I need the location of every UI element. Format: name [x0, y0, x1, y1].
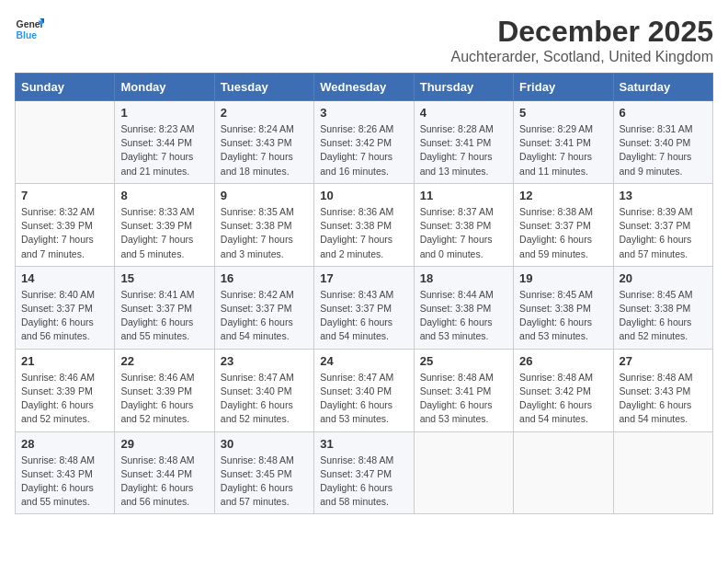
calendar-cell: 13Sunrise: 8:39 AMSunset: 3:37 PMDayligh… — [613, 183, 712, 266]
day-number: 21 — [21, 354, 108, 368]
cell-content: Sunrise: 8:46 AMSunset: 3:39 PMDaylight:… — [120, 371, 208, 427]
calendar-cell: 8Sunrise: 8:33 AMSunset: 3:39 PMDaylight… — [115, 183, 214, 266]
calendar-cell: 29Sunrise: 8:48 AMSunset: 3:44 PMDayligh… — [115, 431, 214, 514]
day-number: 23 — [221, 354, 308, 368]
calendar-cell: 22Sunrise: 8:46 AMSunset: 3:39 PMDayligh… — [115, 349, 214, 431]
calendar-cell: 3Sunrise: 8:26 AMSunset: 3:42 PMDaylight… — [314, 101, 414, 184]
cell-content: Sunrise: 8:46 AMSunset: 3:39 PMDaylight:… — [21, 371, 108, 427]
calendar-cell: 30Sunrise: 8:48 AMSunset: 3:45 PMDayligh… — [214, 431, 313, 514]
day-number: 8 — [120, 189, 208, 202]
title-area: December 2025 Auchterarder, Scotland, Un… — [451, 15, 714, 65]
calendar-cell: 14Sunrise: 8:40 AMSunset: 3:37 PMDayligh… — [16, 266, 115, 349]
cell-content: Sunrise: 8:33 AMSunset: 3:39 PMDaylight:… — [120, 205, 208, 261]
cell-content: Sunrise: 8:44 AMSunset: 3:38 PMDaylight:… — [420, 288, 507, 344]
cell-content: Sunrise: 8:39 AMSunset: 3:37 PMDaylight:… — [620, 205, 707, 261]
day-number: 12 — [519, 189, 607, 202]
header-day-thursday: Thursday — [414, 74, 513, 101]
cell-content: Sunrise: 8:32 AMSunset: 3:39 PMDaylight:… — [21, 205, 108, 261]
cell-content: Sunrise: 8:47 AMSunset: 3:40 PMDaylight:… — [320, 371, 407, 427]
logo: General Blue — [15, 15, 44, 44]
calendar-cell: 7Sunrise: 8:32 AMSunset: 3:39 PMDaylight… — [16, 183, 115, 266]
cell-content: Sunrise: 8:23 AMSunset: 3:44 PMDaylight:… — [120, 122, 208, 178]
cell-content: Sunrise: 8:48 AMSunset: 3:44 PMDaylight:… — [120, 454, 208, 510]
day-number: 11 — [420, 189, 507, 202]
day-number: 26 — [519, 354, 607, 368]
day-number: 14 — [21, 271, 108, 285]
calendar-table: SundayMondayTuesdayWednesdayThursdayFrid… — [15, 73, 713, 514]
cell-content: Sunrise: 8:26 AMSunset: 3:42 PMDaylight:… — [320, 122, 407, 178]
calendar-cell: 23Sunrise: 8:47 AMSunset: 3:40 PMDayligh… — [214, 349, 313, 431]
day-number: 5 — [519, 106, 607, 120]
day-number: 29 — [120, 437, 208, 451]
day-number: 9 — [221, 189, 308, 202]
cell-content: Sunrise: 8:36 AMSunset: 3:38 PMDaylight:… — [320, 205, 407, 261]
calendar-cell: 31Sunrise: 8:48 AMSunset: 3:47 PMDayligh… — [314, 431, 414, 514]
cell-content: Sunrise: 8:37 AMSunset: 3:38 PMDaylight:… — [420, 205, 507, 261]
day-number: 1 — [120, 106, 208, 120]
day-number: 25 — [420, 354, 507, 368]
calendar-cell: 1Sunrise: 8:23 AMSunset: 3:44 PMDaylight… — [115, 101, 214, 184]
page-header: General Blue December 2025 Auchterarder,… — [15, 15, 713, 65]
day-number: 28 — [21, 437, 108, 451]
location-title: Auchterarder, Scotland, United Kingdom — [451, 49, 714, 65]
day-number: 20 — [620, 271, 707, 285]
cell-content: Sunrise: 8:48 AMSunset: 3:43 PMDaylight:… — [21, 454, 108, 510]
calendar-cell: 9Sunrise: 8:35 AMSunset: 3:38 PMDaylight… — [214, 183, 313, 266]
header-day-friday: Friday — [514, 74, 613, 101]
calendar-week-4: 21Sunrise: 8:46 AMSunset: 3:39 PMDayligh… — [16, 349, 713, 431]
day-number: 15 — [120, 271, 208, 285]
calendar-cell: 12Sunrise: 8:38 AMSunset: 3:37 PMDayligh… — [514, 183, 613, 266]
cell-content: Sunrise: 8:48 AMSunset: 3:47 PMDaylight:… — [320, 454, 407, 510]
cell-content: Sunrise: 8:43 AMSunset: 3:37 PMDaylight:… — [320, 288, 407, 344]
cell-content: Sunrise: 8:24 AMSunset: 3:43 PMDaylight:… — [221, 122, 308, 178]
calendar-cell: 4Sunrise: 8:28 AMSunset: 3:41 PMDaylight… — [414, 101, 513, 184]
calendar-cell — [16, 101, 115, 184]
day-number: 22 — [120, 354, 208, 368]
day-number: 4 — [420, 106, 507, 120]
day-number: 24 — [320, 354, 407, 368]
calendar-cell: 20Sunrise: 8:45 AMSunset: 3:38 PMDayligh… — [613, 266, 712, 349]
cell-content: Sunrise: 8:48 AMSunset: 3:41 PMDaylight:… — [420, 371, 507, 427]
cell-content: Sunrise: 8:47 AMSunset: 3:40 PMDaylight:… — [221, 371, 308, 427]
day-number: 27 — [620, 354, 707, 368]
cell-content: Sunrise: 8:38 AMSunset: 3:37 PMDaylight:… — [519, 205, 607, 261]
day-number: 6 — [620, 106, 707, 120]
calendar-cell: 18Sunrise: 8:44 AMSunset: 3:38 PMDayligh… — [414, 266, 513, 349]
day-number: 16 — [221, 271, 308, 285]
calendar-cell: 17Sunrise: 8:43 AMSunset: 3:37 PMDayligh… — [314, 266, 414, 349]
cell-content: Sunrise: 8:48 AMSunset: 3:42 PMDaylight:… — [519, 371, 607, 427]
calendar-cell: 24Sunrise: 8:47 AMSunset: 3:40 PMDayligh… — [314, 349, 414, 431]
calendar-cell: 19Sunrise: 8:45 AMSunset: 3:38 PMDayligh… — [514, 266, 613, 349]
calendar-cell: 25Sunrise: 8:48 AMSunset: 3:41 PMDayligh… — [414, 349, 513, 431]
calendar-cell: 16Sunrise: 8:42 AMSunset: 3:37 PMDayligh… — [214, 266, 313, 349]
cell-content: Sunrise: 8:45 AMSunset: 3:38 PMDaylight:… — [620, 288, 707, 344]
cell-content: Sunrise: 8:35 AMSunset: 3:38 PMDaylight:… — [221, 205, 308, 261]
day-number: 3 — [320, 106, 407, 120]
calendar-cell: 27Sunrise: 8:48 AMSunset: 3:43 PMDayligh… — [613, 349, 712, 431]
cell-content: Sunrise: 8:48 AMSunset: 3:45 PMDaylight:… — [221, 454, 308, 510]
header-day-sunday: Sunday — [16, 74, 115, 101]
header-day-tuesday: Tuesday — [214, 74, 313, 101]
day-number: 18 — [420, 271, 507, 285]
day-number: 2 — [221, 106, 308, 120]
calendar-cell — [514, 431, 613, 514]
header-day-wednesday: Wednesday — [314, 74, 414, 101]
header-day-saturday: Saturday — [613, 74, 712, 101]
calendar-cell — [414, 431, 513, 514]
day-number: 13 — [620, 189, 707, 202]
calendar-cell: 15Sunrise: 8:41 AMSunset: 3:37 PMDayligh… — [115, 266, 214, 349]
calendar-header-row: SundayMondayTuesdayWednesdayThursdayFrid… — [16, 74, 713, 101]
cell-content: Sunrise: 8:28 AMSunset: 3:41 PMDaylight:… — [420, 122, 507, 178]
day-number: 19 — [519, 271, 607, 285]
calendar-week-3: 14Sunrise: 8:40 AMSunset: 3:37 PMDayligh… — [16, 266, 713, 349]
calendar-cell: 6Sunrise: 8:31 AMSunset: 3:40 PMDaylight… — [613, 101, 712, 184]
calendar-cell: 10Sunrise: 8:36 AMSunset: 3:38 PMDayligh… — [314, 183, 414, 266]
calendar-week-2: 7Sunrise: 8:32 AMSunset: 3:39 PMDaylight… — [16, 183, 713, 266]
day-number: 10 — [320, 189, 407, 202]
day-number: 17 — [320, 271, 407, 285]
logo-icon: General Blue — [15, 15, 44, 44]
calendar-cell: 2Sunrise: 8:24 AMSunset: 3:43 PMDaylight… — [214, 101, 313, 184]
calendar-cell — [613, 431, 712, 514]
cell-content: Sunrise: 8:45 AMSunset: 3:38 PMDaylight:… — [519, 288, 607, 344]
header-day-monday: Monday — [115, 74, 214, 101]
